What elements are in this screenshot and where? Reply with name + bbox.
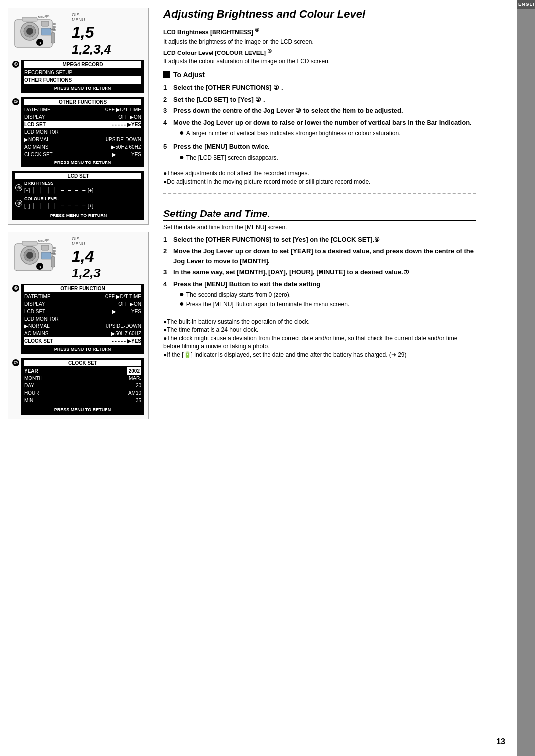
- step-1: 1 Select the [OTHER FUNCTIONS] ① .: [163, 83, 476, 93]
- camera-label-15: 1,5: [72, 23, 111, 42]
- step-2: 2 Set the [LCD SET] to [Yes] ② .: [163, 95, 476, 105]
- bottom-note-3: ●The clock might cause a deviation from …: [163, 334, 476, 351]
- svg-text:OIS: OIS: [45, 15, 50, 18]
- top-camera-box: 3 VOL + - MENU OIS OISMENU 1,5 1,2,3,4 ①: [8, 8, 149, 225]
- menu-mpeg4-title: MPEG4 RECORD: [24, 61, 141, 68]
- svg-rect-30: [51, 256, 55, 267]
- circle-num-1: ①: [12, 61, 19, 68]
- lcd-colour-label: LCD Colour Level [COLOUR LEVEL]: [163, 50, 266, 56]
- adjust-steps: 1 Select the [OTHER FUNCTIONS] ① . 2 Set…: [163, 83, 476, 165]
- circle-4: ④: [15, 184, 22, 191]
- step-4: 4 Move the Jog Lever up or down to raise…: [163, 118, 476, 140]
- camera-label-14: 1,4: [72, 247, 101, 266]
- bottom-note-2: ●The time format is a 24 hour clock.: [163, 326, 476, 334]
- date-bullet-1: The second display starts from 0 (zero).: [186, 291, 291, 299]
- lcd-set-title: LCD SET: [15, 173, 141, 179]
- lcd-colour-desc: It adjusts the colour saturation of the …: [163, 57, 476, 66]
- date-step-2: 2 Move the Jog Lever up or down to set […: [163, 246, 476, 266]
- svg-rect-4: [22, 17, 37, 21]
- menu-footer-2: PRESS MENU TO RETURN: [24, 159, 141, 166]
- menu-row-lcd-set: LCD SET- - - - - ▶YES: [24, 121, 141, 128]
- date-step-3: 3 In the same way, set [MONTH], [DAY], […: [163, 268, 476, 277]
- menu-clock-set: CLOCK SET YEAR 2002 MONTHMAR. DAY20 HOUR…: [21, 358, 144, 415]
- section-title-date: Setting Date and Time.: [163, 208, 476, 221]
- bottom-notes: ●The built-in battery sustains the opera…: [163, 318, 476, 359]
- to-adjust-heading: To Adjust: [163, 71, 476, 79]
- svg-text:+: +: [53, 25, 54, 28]
- svg-text:3: 3: [39, 41, 41, 45]
- lcd-set-footer: PRESS MENU TO RETURN: [15, 212, 141, 219]
- date-step-4: 4 Press the [MENU] Button to exit the da…: [163, 279, 476, 311]
- menu-6-title: OTHER FUNCTION: [24, 285, 141, 292]
- svg-rect-5: [41, 21, 49, 26]
- section-divider: [163, 193, 476, 194]
- menu-other-function-6: OTHER FUNCTION DATE/TIMEOFF ▶D/T TIME DI…: [21, 284, 144, 354]
- svg-point-3: [26, 28, 33, 35]
- date-bullet-2: Press the [MENU] Button again to termina…: [186, 300, 350, 309]
- svg-point-21: [26, 252, 33, 259]
- brightness-row: ④ BRIGHTNESS [−] | | | | − − − − [+]: [15, 181, 141, 195]
- menu-other-functions: OTHER FUNCTIONS DATE/TIMEOFF ▶D/T TIME D…: [21, 97, 144, 167]
- bottom-camera-box: 3 VOL + - MENU OIS OISMENU 1,4 1,2,3 ⑥: [8, 232, 149, 419]
- svg-text:VOL: VOL: [50, 28, 56, 31]
- brightness-desc-block: LCD Brightness [BRIGHTNESS] ④: [163, 27, 476, 36]
- left-column: 3 VOL + - MENU OIS OISMENU 1,5 1,2,3,4 ①: [0, 0, 154, 756]
- note-2: ●Do adjustment in the moving picture rec…: [163, 178, 476, 186]
- date-steps: 1 Select the [OTHER FUNCTIONS] to set [Y…: [163, 235, 476, 313]
- colour-level-row: ⑤ COLOUR LEVEL [−] | | | | − − − − [+]: [15, 196, 141, 210]
- page-number: 13: [496, 737, 505, 746]
- top-notes: ●These adjustments do not affect the rec…: [163, 169, 476, 186]
- bottom-note-4: ●If the [🔋] indicator is displayed, set …: [163, 351, 476, 359]
- menu-footer-6: PRESS MENU TO RETURN: [24, 346, 141, 353]
- svg-rect-22: [22, 241, 37, 245]
- svg-text:+: +: [53, 249, 54, 252]
- svg-rect-23: [41, 245, 49, 250]
- scroll-labels-bottom: OISMENU: [72, 236, 101, 246]
- step-5: 5 Press the [MENU] Button twice. ● The […: [163, 142, 476, 163]
- circle-num-6: ⑥: [12, 285, 19, 292]
- menu-row-other-functions: OTHER FUNCTIONS: [24, 76, 141, 84]
- note-1: ●These adjustments do not affect the rec…: [163, 169, 476, 178]
- lcd-brightness-desc: It adjusts the brightness of the image o…: [163, 38, 476, 46]
- menu-mpeg4: MPEG4 RECORD RECORDING SETUP OTHER FUNCT…: [21, 60, 144, 93]
- lcd-brightness-label: LCD Brightness [BRIGHTNESS]: [163, 29, 253, 36]
- menu-row-recording: RECORDING SETUP: [24, 69, 141, 76]
- scroll-labels-top: OISMENU: [72, 12, 111, 22]
- circle-num-7: ⑦: [12, 359, 19, 366]
- menu-other-title: OTHER FUNCTIONS: [24, 99, 141, 105]
- lcd-set-box: LCD SET ④ BRIGHTNESS [−] | | | | − − − −…: [12, 171, 144, 220]
- camera-label-123: 1,2,3: [72, 266, 101, 281]
- menu-row-clock-set: CLOCK SET- - - - - ▶YES: [24, 337, 141, 345]
- menu-footer-1: PRESS MENU TO RETURN: [24, 85, 141, 92]
- step-3: 3 Press down the centre of the Jog Lever…: [163, 106, 476, 116]
- to-adjust-bar: [163, 71, 170, 78]
- camera-illustration-top: 3 VOL + - MENU OIS: [12, 12, 67, 52]
- date-step-1: 1 Select the [OTHER FUNCTIONS] to set [Y…: [163, 235, 476, 245]
- section-title-brightness: Adjusting Brightness and Colour Level: [163, 8, 476, 23]
- bullet-5: The [LCD SET] screen disappears.: [186, 154, 278, 162]
- circle-5: ⑤: [15, 200, 22, 207]
- bottom-note-1: ●The built-in battery sustains the opera…: [163, 318, 476, 326]
- svg-text:3: 3: [39, 265, 41, 269]
- clock-set-title: CLOCK SET: [24, 360, 141, 366]
- right-column: Adjusting Brightness and Colour Level LC…: [154, 0, 500, 756]
- circle-num-2: ②: [12, 98, 19, 105]
- camera-label-1234: 1,2,3,4: [72, 42, 111, 57]
- colour-desc-block: LCD Colour Level [COLOUR LEVEL] ⑤: [163, 48, 476, 56]
- svg-text:VOL: VOL: [50, 252, 56, 255]
- english-label: ENGLISH: [517, 0, 535, 9]
- bullet-4: A larger number of vertical bars indicat…: [186, 129, 401, 138]
- clock-set-footer: PRESS MENU TO RETURN: [24, 406, 141, 413]
- language-tab: ENGLISH: [517, 0, 535, 756]
- date-intro: Set the date and time from the [MENU] sc…: [163, 224, 476, 231]
- camera-illustration-bottom: 3 VOL + - MENU OIS: [12, 236, 67, 276]
- svg-rect-12: [51, 32, 55, 43]
- svg-text:OIS: OIS: [45, 239, 50, 242]
